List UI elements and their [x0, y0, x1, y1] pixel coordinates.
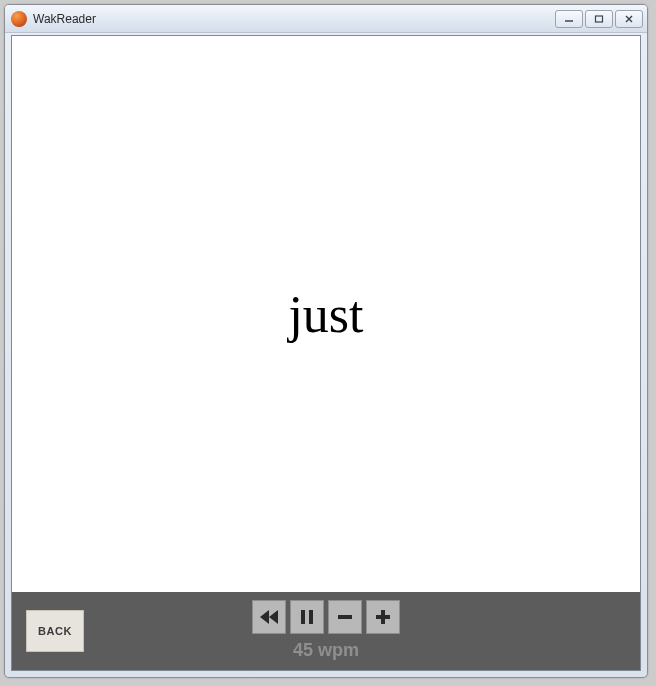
titlebar[interactable]: WakReader	[5, 5, 647, 33]
back-button[interactable]: BACK	[26, 610, 84, 652]
minus-icon	[336, 608, 354, 626]
svg-rect-7	[309, 610, 313, 624]
minimize-button[interactable]	[555, 10, 583, 28]
svg-marker-5	[269, 610, 278, 624]
svg-rect-1	[596, 16, 603, 22]
back-button-label: BACK	[38, 625, 72, 637]
playback-button-row	[252, 600, 400, 634]
pause-icon	[299, 608, 315, 626]
rewind-icon	[259, 608, 279, 626]
reader-area: just	[12, 36, 640, 592]
window-title: WakReader	[33, 12, 96, 26]
wpm-label: 45 wpm	[293, 640, 359, 661]
pause-button[interactable]	[290, 600, 324, 634]
svg-rect-10	[381, 610, 385, 624]
window-controls	[555, 10, 643, 28]
plus-icon	[374, 608, 392, 626]
close-button[interactable]	[615, 10, 643, 28]
minimize-icon	[564, 15, 574, 23]
close-icon	[624, 15, 634, 23]
svg-marker-4	[260, 610, 269, 624]
maximize-icon	[594, 15, 604, 23]
app-icon	[11, 11, 27, 27]
plus-button[interactable]	[366, 600, 400, 634]
app-window: WakReader just BACK	[4, 4, 648, 678]
client-area: just BACK	[11, 35, 641, 671]
rewind-button[interactable]	[252, 600, 286, 634]
svg-rect-6	[301, 610, 305, 624]
maximize-button[interactable]	[585, 10, 613, 28]
minus-button[interactable]	[328, 600, 362, 634]
playback-controls: 45 wpm	[252, 600, 400, 661]
svg-rect-8	[338, 615, 352, 619]
controls-bar: BACK	[12, 592, 640, 670]
current-word: just	[288, 285, 363, 344]
